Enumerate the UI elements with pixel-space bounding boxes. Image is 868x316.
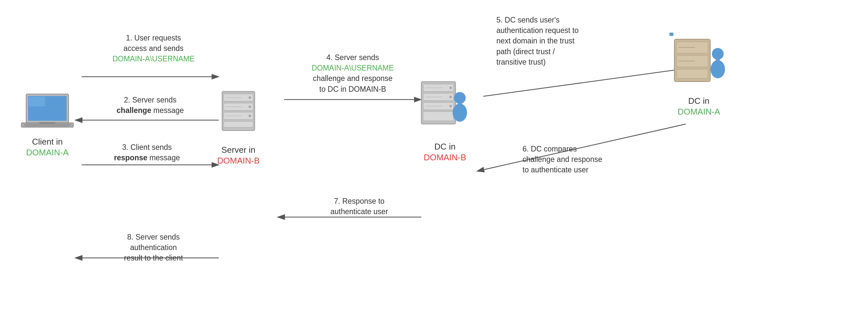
svg-point-37 xyxy=(450,105,452,107)
arrow7-label: 7. Response toauthenticate user xyxy=(304,196,415,217)
dc-b-domain: DOMAIN-B xyxy=(424,153,466,163)
svg-point-35 xyxy=(450,87,452,89)
dc-a-node: DC in DOMAIN-A xyxy=(670,33,728,117)
svg-point-24 xyxy=(249,96,251,99)
dc-a-domain: DOMAIN-A xyxy=(678,107,720,117)
dc-b-icon xyxy=(418,78,472,139)
svg-point-47 xyxy=(712,48,724,60)
svg-line-6 xyxy=(483,68,686,96)
svg-point-36 xyxy=(450,96,452,98)
svg-rect-49 xyxy=(670,33,673,36)
laptop-icon xyxy=(20,91,75,134)
dc-b-label: DC in xyxy=(434,141,456,153)
arrow4-label: 4. Server sendsDOMAIN-A\USERNAMEchalleng… xyxy=(287,52,418,94)
server-icon xyxy=(216,88,261,142)
svg-point-48 xyxy=(711,60,725,78)
arrow1-label: 1. User requestsaccess and sendsDOMAIN-A… xyxy=(91,33,216,64)
svg-rect-15 xyxy=(39,122,56,124)
arrow3-label: 3. Client sendsresponse message xyxy=(91,142,203,163)
dc-b-node: DC in DOMAIN-B xyxy=(418,78,472,163)
arrow6-label: 6. DC compareschallenge and responseto a… xyxy=(523,144,673,175)
server-label: Server in xyxy=(221,145,255,156)
arrow5-label: 5. DC sends user'sauthentication request… xyxy=(496,15,666,67)
diagram: Client in DOMAIN-A Server in DOMAIN-B xyxy=(0,0,868,316)
svg-rect-44 xyxy=(677,69,708,78)
dc-a-icon xyxy=(670,33,728,93)
client-node: Client in DOMAIN-A xyxy=(20,91,75,158)
arrow8-label: 8. Server sendsauthenticationresult to t… xyxy=(91,232,216,263)
svg-rect-12 xyxy=(29,97,45,106)
client-label: Client in xyxy=(32,136,63,148)
svg-point-26 xyxy=(249,115,251,117)
svg-point-25 xyxy=(249,105,251,108)
svg-rect-14 xyxy=(25,123,70,127)
server-domain: DOMAIN-B xyxy=(217,156,259,166)
client-domain: DOMAIN-A xyxy=(26,148,69,158)
svg-rect-50 xyxy=(716,59,720,62)
arrow2-label: 2. Server sendschallenge message xyxy=(95,95,206,116)
svg-rect-31 xyxy=(423,112,454,121)
server-node: Server in DOMAIN-B xyxy=(216,88,261,166)
svg-point-38 xyxy=(454,92,466,104)
dc-a-label: DC in xyxy=(688,96,709,107)
svg-rect-20 xyxy=(224,121,253,127)
svg-rect-40 xyxy=(458,103,462,106)
